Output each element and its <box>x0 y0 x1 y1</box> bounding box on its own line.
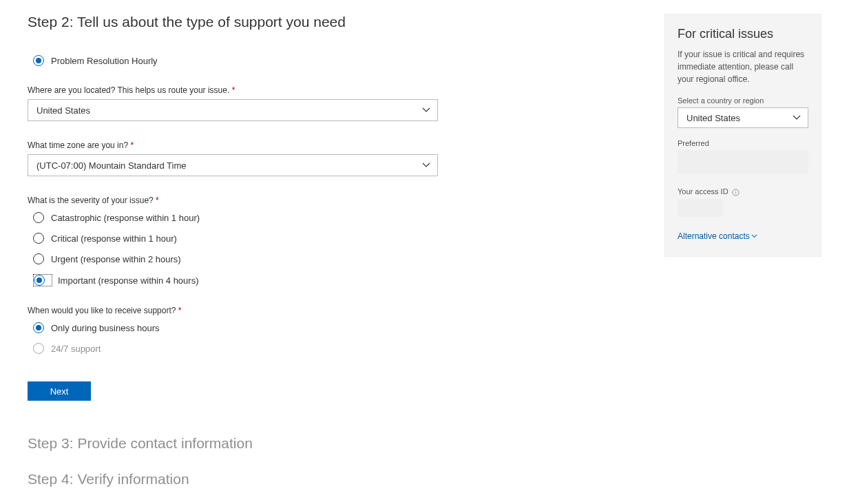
sidebar-description: If your issue is critical and requires i… <box>678 48 808 85</box>
required-asterisk: * <box>178 306 182 315</box>
radio-severity-critical[interactable]: Critical (response within 1 hour) <box>33 233 441 244</box>
step3-title: Step 3: Provide contact information <box>28 435 441 452</box>
location-value: United States <box>36 105 90 116</box>
radio-icon <box>33 233 44 244</box>
preferred-value-box <box>678 150 808 174</box>
region-label: Select a country or region <box>678 96 808 105</box>
radio-business-hours[interactable]: Only during business hours <box>33 322 441 333</box>
radio-label: 24/7 support <box>51 344 101 354</box>
alternative-contacts-link[interactable]: Alternative contacts <box>678 231 757 241</box>
required-asterisk: * <box>232 85 235 95</box>
radio-severity-catastrophic[interactable]: Catastrophic (response within 1 hour) <box>33 212 441 223</box>
radio-severity-urgent[interactable]: Urgent (response within 2 hours) <box>33 253 441 264</box>
access-id-label: Your access ID i <box>678 187 808 196</box>
chevron-down-icon <box>793 114 801 122</box>
svg-text:i: i <box>735 189 736 196</box>
required-asterisk: * <box>130 140 134 150</box>
required-asterisk: * <box>156 196 159 205</box>
radio-icon <box>33 343 44 354</box>
chevron-down-icon <box>422 106 430 114</box>
radio-247-support: 24/7 support <box>33 343 441 354</box>
chevron-down-icon <box>422 161 430 169</box>
region-value: United States <box>686 113 740 123</box>
timezone-select[interactable]: (UTC-07:00) Mountain Standard Time <box>28 154 438 176</box>
radio-icon <box>33 55 44 66</box>
radio-icon <box>33 253 44 264</box>
timezone-value: (UTC-07:00) Mountain Standard Time <box>36 160 186 171</box>
radio-severity-important[interactable]: Important (response within 4 hours) <box>33 274 441 286</box>
access-id-value-box <box>678 199 723 217</box>
radio-label: Important (response within 4 hours) <box>58 275 198 286</box>
step4-title: Step 4: Verify information <box>28 471 441 487</box>
radio-label: Only during business hours <box>51 323 160 333</box>
severity-label: What is the severity of your issue? * <box>28 196 441 205</box>
location-label: Where are you located? This helps us rou… <box>28 85 441 95</box>
radio-label: Problem Resolution Hourly <box>51 56 158 66</box>
radio-icon <box>34 275 45 286</box>
timezone-label: What time zone are you in? * <box>28 140 441 150</box>
support-hours-label: When would you like to receive support? … <box>28 306 441 315</box>
radio-icon <box>33 322 44 333</box>
info-icon[interactable]: i <box>732 189 740 196</box>
sidebar-title: For critical issues <box>678 27 808 41</box>
radio-icon <box>33 212 44 223</box>
region-select[interactable]: United States <box>678 107 808 128</box>
next-button[interactable]: Next <box>28 381 91 401</box>
radio-label: Critical (response within 1 hour) <box>51 233 177 244</box>
radio-problem-resolution-hourly[interactable]: Problem Resolution Hourly <box>33 55 441 66</box>
step2-title: Step 2: Tell us about the type of suppor… <box>28 14 441 30</box>
radio-label: Urgent (response within 2 hours) <box>51 254 181 264</box>
critical-issues-panel: For critical issues If your issue is cri… <box>664 14 821 257</box>
preferred-label: Preferred <box>678 139 808 147</box>
location-select[interactable]: United States <box>28 99 438 121</box>
radio-label: Catastrophic (response within 1 hour) <box>51 213 200 223</box>
